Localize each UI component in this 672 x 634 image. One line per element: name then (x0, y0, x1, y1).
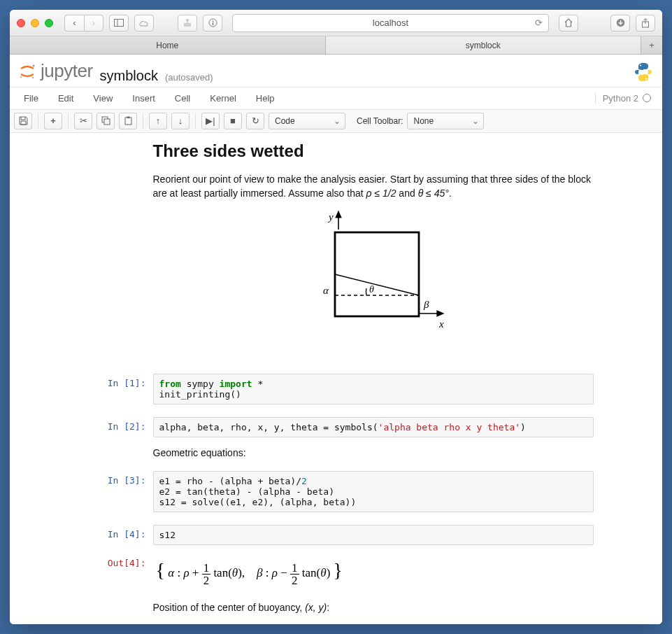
sidebar-toggle-button[interactable] (109, 15, 129, 31)
code-cell[interactable]: In [2]: alpha, beta, rho, x, y, theta = … (71, 414, 602, 440)
jupyter-header: jupyter symblock (autosaved) (10, 55, 662, 87)
interrupt-button[interactable]: ■ (224, 113, 242, 129)
window-controls (17, 19, 53, 27)
menubar: File Edit View Insert Cell Kernel Help P… (10, 87, 662, 110)
copy-button[interactable] (96, 113, 115, 129)
page-content: jupyter symblock (autosaved) File Edit V… (10, 55, 662, 624)
code-input[interactable]: from sympy import * init_printing() (153, 374, 594, 404)
menu-cell[interactable]: Cell (165, 89, 200, 108)
reload-icon[interactable]: ⟳ (535, 17, 543, 28)
jupyter-logo[interactable]: jupyter (18, 60, 93, 82)
svg-rect-0 (115, 20, 124, 27)
svg-point-11 (640, 64, 641, 66)
restart-button[interactable]: ↻ (246, 113, 264, 129)
address-bar[interactable]: localhost ⟳ (232, 14, 549, 32)
move-down-button[interactable]: ↓ (171, 113, 190, 129)
menu-kernel[interactable]: Kernel (200, 89, 246, 108)
zoom-window-button[interactable] (45, 19, 53, 27)
run-button[interactable]: ▶| (201, 113, 220, 129)
home-button[interactable] (559, 15, 578, 31)
code-cell[interactable]: In [4]: s12 (71, 522, 602, 548)
kernel-indicator[interactable]: Python 2 (595, 93, 658, 104)
downloads-button[interactable] (610, 15, 630, 31)
code-input[interactable]: s12 (153, 525, 594, 545)
url-text: localhost (373, 17, 408, 28)
nav-forward-button[interactable]: › (84, 15, 103, 31)
svg-rect-16 (127, 117, 129, 119)
menu-view[interactable]: View (83, 89, 122, 108)
svg-text:y: y (327, 211, 334, 223)
out-prompt: Out[4]: (79, 554, 153, 592)
markdown-cell[interactable]: Three sides wetted Reorient our point of… (71, 141, 602, 372)
markdown-text[interactable]: Geometric equations: (71, 447, 602, 458)
kernel-idle-icon (643, 94, 651, 102)
svg-text:θ: θ (369, 284, 374, 295)
python-logo-icon (633, 62, 654, 83)
browser-window: ‹ › localhost ⟳ Home (10, 10, 662, 624)
menu-file[interactable]: File (14, 89, 48, 108)
titlebar: ‹ › localhost ⟳ (10, 10, 662, 36)
svg-point-3 (212, 21, 213, 22)
browser-tab-home[interactable]: Home (10, 36, 326, 54)
close-window-button[interactable] (17, 19, 25, 27)
code-input[interactable]: e1 = rho - (alpha + beta)/2 e2 = tan(the… (153, 471, 594, 512)
notebook-name[interactable]: symblock (100, 68, 158, 84)
browser-tab-symblock[interactable]: symblock (326, 36, 642, 54)
svg-line-19 (335, 274, 419, 295)
markdown-text[interactable]: Position of the center of buoyancy, (x, … (71, 602, 602, 613)
cell-type-select[interactable]: Code (269, 113, 345, 129)
autosave-status: (autosaved) (165, 72, 213, 83)
menu-insert[interactable]: Insert (122, 89, 165, 108)
toolbar: + ✂ ↑ ↓ ▶| ■ ↻ Code Cell Toolbar: None (10, 110, 662, 133)
insert-cell-button[interactable]: + (44, 113, 62, 129)
save-button[interactable] (14, 113, 32, 129)
svg-point-9 (20, 76, 22, 78)
markdown-title: Three sides wetted (153, 141, 594, 161)
svg-point-10 (32, 76, 34, 78)
menu-help[interactable]: Help (246, 89, 285, 108)
minimize-window-button[interactable] (31, 19, 39, 27)
in-prompt: In [4]: (79, 525, 153, 545)
nav-back-button[interactable]: ‹ (64, 15, 84, 31)
cell-toolbar-select[interactable]: None (407, 113, 484, 129)
paste-button[interactable] (119, 113, 137, 129)
svg-text:α: α (323, 285, 329, 296)
new-tab-button[interactable]: + (641, 36, 662, 54)
cell-toolbar-label: Cell Toolbar: (357, 116, 403, 126)
cell-output: { α : ρ + 1 2 tan(θ), β : ρ − 1 2 (153, 554, 594, 592)
share-button[interactable] (636, 15, 655, 31)
code-cell[interactable]: In [3]: e1 = rho - (alpha + beta)/2 e2 =… (71, 468, 602, 515)
in-prompt: In [3]: (79, 471, 153, 512)
in-prompt: In [1]: (79, 374, 153, 404)
markdown-paragraph: Reorient our point of view to make the a… (153, 172, 594, 201)
notebook-area[interactable]: Three sides wetted Reorient our point of… (10, 133, 662, 625)
in-prompt: In [2]: (79, 417, 153, 437)
cut-button[interactable]: ✂ (74, 113, 92, 129)
privacy-report-button[interactable] (203, 15, 222, 31)
svg-rect-17 (335, 232, 419, 316)
svg-rect-14 (104, 119, 110, 125)
svg-text:x: x (438, 318, 444, 330)
cloud-tabs-button[interactable] (134, 15, 154, 31)
move-up-button[interactable]: ↑ (149, 113, 167, 129)
code-input[interactable]: alpha, beta, rho, x, y, theta = symbols(… (153, 417, 594, 437)
menu-edit[interactable]: Edit (48, 89, 83, 108)
diagram: y x α β θ (153, 210, 594, 343)
svg-point-8 (32, 64, 34, 66)
extensions-button[interactable] (178, 15, 197, 31)
svg-rect-15 (125, 118, 131, 125)
svg-point-12 (645, 78, 647, 79)
output-cell: Out[4]: { α : ρ + 1 2 tan(θ), β : ρ − (71, 551, 602, 595)
svg-text:β: β (423, 299, 429, 310)
browser-tab-strip: Home symblock + (10, 36, 662, 55)
code-cell[interactable]: In [1]: from sympy import * init_printin… (71, 371, 602, 407)
